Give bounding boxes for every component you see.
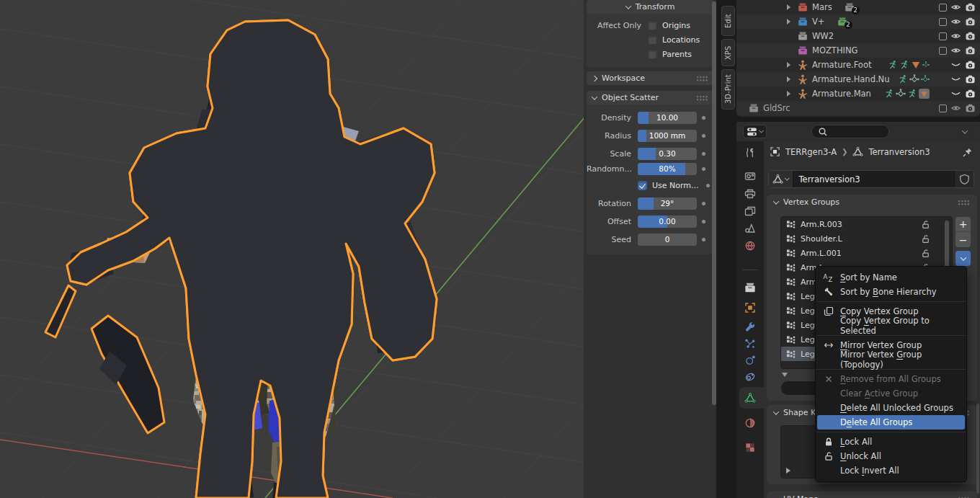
outliner-row-ww2[interactable]: WW2 xyxy=(736,29,980,43)
tab-view-layer[interactable] xyxy=(736,202,764,221)
breadcrumb-object[interactable]: TERRgen3-A xyxy=(785,147,837,157)
outliner-row-armature-foot[interactable]: Armature.Foot xyxy=(736,58,980,72)
breadcrumb-data[interactable]: Terranversion3 xyxy=(868,147,930,157)
vertex-group-row[interactable]: Shoulder.L xyxy=(781,231,952,246)
density-slider[interactable]: 10.00 xyxy=(638,112,697,124)
tab-render[interactable] xyxy=(736,166,764,185)
menu-item-clear-active-group[interactable]: Clear Active Group xyxy=(817,386,965,401)
decorator-dot[interactable] xyxy=(702,134,705,138)
eye-closed-icon[interactable] xyxy=(950,60,961,70)
camera-render-icon[interactable] xyxy=(965,17,976,27)
lock-open-icon[interactable] xyxy=(921,249,930,258)
menu-item-delete-all-unlocked-groups[interactable]: Delete All Unlocked Groups xyxy=(817,401,965,415)
decorator-dot[interactable] xyxy=(702,202,705,205)
outliner-row-gldsrc[interactable]: GldSrc xyxy=(736,101,980,115)
panel-header-transform[interactable]: Transform xyxy=(587,0,714,14)
parents-checkbox[interactable] xyxy=(648,50,657,59)
randomness-slider[interactable]: 80% xyxy=(638,163,697,175)
list-scrollbar[interactable] xyxy=(945,221,949,268)
lock-open-icon[interactable] xyxy=(921,234,930,244)
camera-render-icon[interactable] xyxy=(965,31,976,41)
selectability-checkbox[interactable] xyxy=(939,18,947,26)
outliner-row-armature-hand[interactable]: Armature.Hand.Nu xyxy=(736,72,980,86)
tab-object[interactable] xyxy=(736,298,764,317)
eye-icon[interactable] xyxy=(950,17,961,27)
outliner-row-vplus[interactable]: V+ 2 xyxy=(736,14,980,29)
tab-output[interactable] xyxy=(736,184,764,203)
camera-render-icon[interactable] xyxy=(965,60,976,70)
eye-icon[interactable] xyxy=(950,45,961,55)
decorator-dot[interactable] xyxy=(702,152,705,156)
datablock-name[interactable]: Terranversion3 xyxy=(793,174,955,184)
rotation-slider[interactable]: 29° xyxy=(638,197,697,210)
panel-header-workspace[interactable]: Workspace xyxy=(587,71,714,85)
locations-checkbox[interactable] xyxy=(648,35,657,45)
sidebar-tab-3d-print[interactable]: 3D-Print xyxy=(721,69,735,110)
datablock-type-button[interactable] xyxy=(769,171,793,187)
eye-icon[interactable] xyxy=(950,103,961,113)
decorator-dot[interactable] xyxy=(706,184,710,187)
menu-item-lock-invert-all[interactable]: Lock Invert All xyxy=(817,463,965,478)
offset-slider[interactable]: 0.00 xyxy=(638,215,697,228)
eye-closed-icon[interactable] xyxy=(950,89,961,99)
pin-icon[interactable] xyxy=(962,147,973,158)
editor-type-button[interactable] xyxy=(743,125,767,138)
properties-scrollbar[interactable] xyxy=(976,404,979,494)
tab-object-data-active[interactable] xyxy=(736,388,764,407)
lock-open-icon[interactable] xyxy=(921,220,930,229)
tab-collection[interactable] xyxy=(736,278,764,297)
tab-constraints[interactable] xyxy=(736,368,764,386)
remove-vertex-group-button[interactable]: − xyxy=(956,232,971,247)
panel-grip[interactable] xyxy=(696,76,708,81)
tab-world[interactable] xyxy=(736,236,764,255)
panel-header-uv-maps[interactable]: UV Maps xyxy=(767,492,977,498)
sidebar-tab-edit[interactable]: Edit xyxy=(721,6,735,36)
radius-slider[interactable]: 1000 mm xyxy=(638,130,697,142)
filter-dropdown-button[interactable] xyxy=(957,125,973,138)
eye-icon[interactable] xyxy=(950,2,961,12)
decorator-dot[interactable] xyxy=(702,220,705,223)
vertex-group-specials-button[interactable] xyxy=(956,251,971,266)
tab-tool[interactable] xyxy=(736,143,764,162)
menu-item-unlock-all[interactable]: Unlock All xyxy=(817,449,965,463)
decorator-dot[interactable] xyxy=(702,116,705,120)
selectability-checkbox[interactable] xyxy=(939,105,947,112)
list-expander-arrow[interactable] xyxy=(782,373,788,377)
add-vertex-group-button[interactable]: + xyxy=(956,217,971,232)
decorator-dot[interactable] xyxy=(702,167,705,171)
camera-render-icon[interactable] xyxy=(965,74,976,84)
expand-arrow-icon[interactable] xyxy=(787,76,797,82)
expand-arrow-icon[interactable] xyxy=(787,62,797,68)
menu-item-sort-by-bone-hierarchy[interactable]: Sort by Bone Hierarchy xyxy=(817,285,965,299)
camera-render-icon[interactable] xyxy=(965,2,976,12)
tab-texture[interactable] xyxy=(736,438,764,457)
menu-item-delete-all-groups[interactable]: Delete All Groups xyxy=(817,415,965,430)
datablock-name-field[interactable]: Terranversion3 xyxy=(768,170,974,188)
selectability-checkbox[interactable] xyxy=(939,4,947,12)
menu-item-sort-by-name[interactable]: Sort by Name xyxy=(817,270,965,285)
eye-icon[interactable] xyxy=(950,31,961,41)
eye-closed-icon[interactable] xyxy=(950,74,961,84)
panel-grip[interactable] xyxy=(696,95,708,101)
selectability-checkbox[interactable] xyxy=(939,32,947,40)
tab-scene[interactable] xyxy=(736,219,764,238)
selectability-checkbox[interactable] xyxy=(939,47,947,55)
menu-item-mirror-vertex-group-topology[interactable]: Mirror Vertex Group (Topology) xyxy=(817,352,965,367)
use-normal-checkbox[interactable] xyxy=(638,181,647,190)
panel-grip[interactable] xyxy=(958,200,970,205)
list-expander-arrow[interactable] xyxy=(786,468,790,473)
menu-item-lock-all[interactable]: Lock All xyxy=(817,435,965,449)
vertex-group-row[interactable]: Arm.R.003 xyxy=(781,217,952,231)
soldier-model[interactable] xyxy=(45,20,437,498)
outliner-row-mars[interactable]: Mars 2 xyxy=(736,0,980,14)
outliner-row-mozthing[interactable]: MOZTHING xyxy=(736,43,980,58)
expand-arrow-icon[interactable] xyxy=(787,4,797,10)
tab-material[interactable] xyxy=(736,414,764,432)
camera-render-icon[interactable] xyxy=(965,103,976,113)
panel-header-object-scatter[interactable]: Object Scatter xyxy=(587,91,714,105)
menu-item-remove-from-all-groups[interactable]: Remove from All Groups xyxy=(817,372,965,386)
menu-item-copy-vertex-group-to-selected[interactable]: Copy Vertex Group to Selected xyxy=(817,319,965,333)
panel-header-vertex-groups[interactable]: Vertex Groups xyxy=(767,195,977,210)
expand-arrow-icon[interactable] xyxy=(787,91,797,97)
camera-render-icon[interactable] xyxy=(965,45,976,55)
